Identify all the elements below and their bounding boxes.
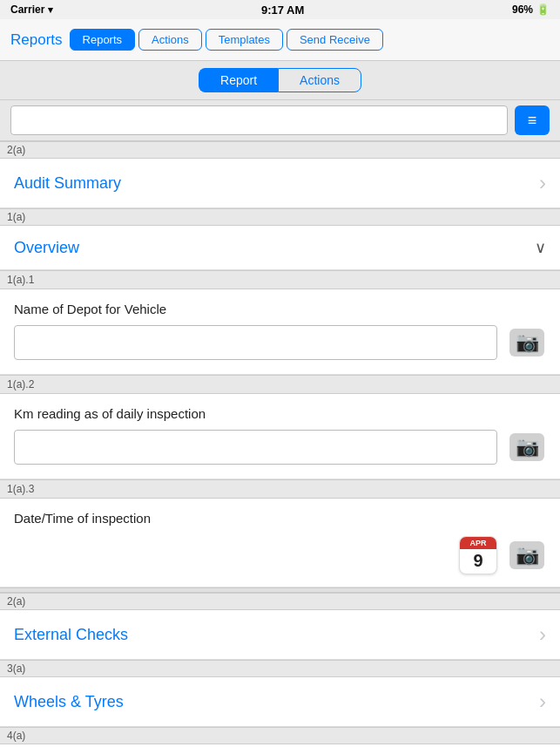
calendar-icon: APR 9	[459, 536, 497, 574]
carrier-text: Carrier	[10, 3, 44, 16]
search-input[interactable]	[10, 105, 508, 135]
calendar-month-bar: APR	[460, 537, 496, 549]
calendar-button[interactable]: APR 9	[459, 536, 497, 574]
field-row-depot	[14, 323, 546, 362]
field-group-depot: Name of Depot for Vehicle	[0, 289, 560, 375]
field-label-1a1: 1(a).1	[0, 270, 560, 289]
status-battery: 96% 🔋	[512, 3, 550, 16]
field-title-depot: Name of Depot for Vehicle	[14, 302, 546, 316]
status-time: 9:17 AM	[261, 3, 304, 17]
field-title-km: Km reading as of daily inspection	[14, 406, 546, 421]
field-label-1a2: 1(a).2	[0, 375, 560, 394]
battery-icon: 🔋	[536, 3, 550, 16]
depot-input[interactable]	[14, 325, 497, 360]
field-group-km: Km reading as of daily inspection	[0, 394, 560, 479]
chevron-right-icon-3	[539, 689, 546, 714]
nav-tab-reports[interactable]: Reports	[70, 29, 136, 51]
km-input[interactable]	[14, 430, 497, 465]
section-label-4a: 4(a)	[0, 727, 560, 744]
nav-tab-templates[interactable]: Templates	[206, 29, 283, 51]
datetime-row: APR 9	[14, 533, 546, 574]
camera-button-depot[interactable]	[508, 323, 546, 362]
battery-text: 96%	[512, 3, 533, 16]
section-label-3a: 3(a)	[0, 660, 560, 677]
field-title-datetime: Date/Time of inspection	[14, 511, 546, 526]
overview-title: Overview	[14, 239, 79, 257]
status-bar: Carrier ▾ 9:17 AM 96% 🔋	[0, 0, 560, 19]
nav-bar: Reports Reports Actions Templates Send R…	[0, 19, 560, 61]
section-label-2a: 2(a)	[0, 141, 560, 159]
camera-button-datetime[interactable]	[508, 536, 546, 574]
sub-tab-actions[interactable]: Actions	[278, 68, 361, 92]
wheels-tyres-title: Wheels & Tyres	[14, 693, 124, 711]
section-row-external-checks[interactable]: External Checks	[0, 610, 560, 660]
search-icon: ≡	[528, 112, 537, 130]
wifi-icon: ▾	[48, 4, 53, 16]
field-row-km	[14, 428, 546, 466]
search-row: ≡	[0, 100, 560, 141]
nav-tab-send-receive[interactable]: Send Receive	[287, 29, 383, 51]
section-label-1a: 1(a)	[0, 208, 560, 226]
overview-fields: 1(a).1 Name of Depot for Vehicle 1(a).2 …	[0, 270, 560, 587]
search-button[interactable]: ≡	[515, 105, 550, 135]
sub-tab-bar: Report Actions	[0, 61, 560, 100]
chevron-right-icon-2	[539, 622, 546, 647]
sub-tab-report[interactable]: Report	[199, 68, 278, 92]
section-row-wheels-tyres[interactable]: Wheels & Tyres	[0, 677, 560, 727]
status-carrier: Carrier ▾	[10, 3, 53, 16]
field-label-1a3: 1(a).3	[0, 479, 560, 499]
camera-icon-km	[509, 433, 544, 461]
chevron-down-icon	[535, 238, 546, 257]
audit-summary-title: Audit Summary	[14, 174, 121, 193]
camera-button-km[interactable]	[508, 428, 546, 466]
section-row-audit-summary[interactable]: Audit Summary	[0, 159, 560, 208]
nav-tabs: Reports Actions Templates Send Receive	[70, 29, 383, 51]
section-row-overview[interactable]: Overview	[0, 226, 560, 270]
camera-icon-depot	[509, 329, 544, 357]
nav-tab-actions[interactable]: Actions	[138, 29, 202, 51]
calendar-day: 9	[473, 551, 482, 571]
external-checks-title: External Checks	[14, 626, 128, 644]
chevron-right-icon	[539, 171, 546, 195]
section-label-2a-ext: 2(a)	[0, 593, 560, 610]
camera-icon-datetime	[509, 541, 544, 569]
nav-back-button[interactable]: Reports	[10, 31, 63, 49]
field-group-datetime: Date/Time of inspection APR 9	[0, 499, 560, 587]
